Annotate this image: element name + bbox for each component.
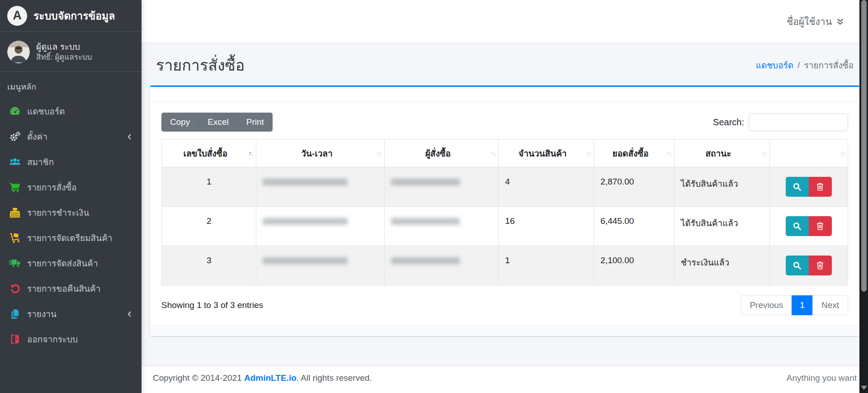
sidebar-item-label: ออกจากระบบ [27, 332, 78, 346]
sidebar-item-preparation[interactable]: รายการจัดเตรียมสินค้า [4, 225, 138, 251]
sidebar: A ระบบจัดการข้อมูล ผู้ดูแล ระบบ สิทธิ์: … [0, 0, 142, 393]
column-header-0[interactable]: เลขใบสั่งซื้อ ↑↓ [162, 140, 256, 167]
trash-icon [815, 182, 825, 192]
print-button[interactable]: Print [237, 113, 273, 132]
cell-datetime [256, 246, 385, 285]
column-header-5[interactable]: สถานะ ↑↓ [674, 140, 769, 167]
table-info: Showing 1 to 3 of 3 entries [161, 300, 263, 310]
sidebar-item-label: รายการสั่งซื้อ [27, 180, 77, 194]
scrollbar-thumb[interactable] [861, 0, 867, 292]
cell-buyer [385, 246, 499, 285]
pagination: Previous 1 Next [741, 295, 848, 315]
browser-scrollbar[interactable] [859, 0, 868, 393]
brand-link[interactable]: A ระบบจัดการข้อมูล [0, 0, 142, 32]
column-header-3[interactable]: จำนวนสินค้า ↑↓ [499, 140, 594, 167]
search-icon [792, 221, 802, 231]
card-header [150, 87, 859, 102]
redacted-datetime [263, 179, 348, 185]
chevron-left-icon [126, 310, 133, 318]
breadcrumb-link-dashboard[interactable]: แดชบอร์ด [756, 58, 794, 72]
orders-card: CopyExcelPrint Search: เลขใบสั่งซื้อ ↑↓ … [150, 85, 859, 336]
redacted-buyer [391, 218, 460, 225]
sidebar-item-orders[interactable]: รายการสั่งซื้อ [4, 175, 138, 200]
excel-button[interactable]: Excel [198, 113, 237, 132]
column-header-6[interactable]: ↑↓ [769, 140, 848, 167]
redacted-buyer [391, 257, 460, 264]
cell-quantity: 1 [499, 246, 594, 285]
search-input[interactable] [749, 114, 848, 131]
delete-order-button[interactable] [809, 177, 832, 197]
cell-actions [769, 207, 848, 246]
sort-icon: ↑↓ [762, 150, 766, 157]
card-body: CopyExcelPrint Search: เลขใบสั่งซื้อ ↑↓ … [150, 102, 859, 325]
search-area: Search: [713, 114, 848, 131]
sidebar-item-label: รายการจัดส่งสินค้า [27, 256, 98, 270]
sidebar-item-reports[interactable]: รายงาน [4, 301, 138, 327]
double-chevron-down-icon [836, 18, 844, 26]
sidebar-item-dashboard[interactable]: แดชบอร์ด [4, 99, 138, 124]
undo-icon [9, 283, 21, 294]
main-area: ชื่อผู้ใช้งาน รายการสั่งซื้อ แดชบอร์ด / … [142, 0, 868, 393]
sidebar-item-label: รายการจัดเตรียมสินค้า [27, 231, 113, 245]
user-menu-dropdown[interactable]: ชื่อผู้ใช้งาน [787, 14, 844, 29]
avatar[interactable] [7, 41, 30, 63]
redacted-buyer [391, 179, 460, 185]
column-header-4[interactable]: ยอดสั่งซื้อ ↑↓ [594, 140, 675, 167]
pagination-next[interactable]: Next [812, 295, 848, 315]
user-name[interactable]: ผู้ดูแล ระบบ [36, 41, 92, 53]
truck-icon [9, 257, 21, 269]
pagination-previous[interactable]: Previous [741, 295, 792, 315]
column-header-1[interactable]: วัน-เวลา ↑↓ [256, 140, 385, 167]
app-window: A ระบบจัดการข้อมูล ผู้ดูแล ระบบ สิทธิ์: … [0, 0, 868, 393]
top-navbar: ชื่อผู้ใช้งาน [142, 0, 868, 43]
cell-actions [769, 167, 848, 207]
sidebar-item-label: ตั้งค่า [27, 130, 47, 143]
cell-order-no: 1 [162, 167, 256, 207]
delete-order-button[interactable] [809, 216, 832, 236]
sidebar-item-members[interactable]: สมาชิก [4, 149, 138, 175]
app-logo-icon: A [7, 6, 27, 26]
order-row: 1 4 2,870.00 ได้รับสินค้าแล้ว [162, 167, 848, 207]
sidebar-item-label: รายการชำระเงิน [27, 206, 89, 219]
cell-buyer [385, 207, 499, 246]
breadcrumb: แดชบอร์ด / รายการสั่งซื้อ [756, 58, 854, 72]
export-button-group: CopyExcelPrint [161, 113, 273, 132]
sidebar-item-label: แดชบอร์ด [27, 104, 65, 118]
sidebar-item-returns[interactable]: รายการขอคืนสินค้า [4, 276, 138, 301]
page-footer: Copyright © 2014-2021 AdminLTE.io. All r… [142, 365, 868, 393]
user-menu-label: ชื่อผู้ใช้งาน [787, 14, 832, 29]
view-order-button[interactable] [786, 216, 809, 236]
sidebar-item-settings[interactable]: ตั้งค่า [4, 124, 138, 149]
copy-button[interactable]: Copy [161, 113, 198, 132]
sidebar-item-shipping[interactable]: รายการจัดส่งสินค้า [4, 251, 138, 276]
table-footer: Showing 1 to 3 of 3 entries Previous 1 N… [161, 295, 848, 315]
page-title: รายการสั่งซื้อ [156, 53, 245, 77]
app-title: ระบบจัดการข้อมูล [33, 8, 115, 24]
sidebar-item-payments[interactable]: รายการชำระเงิน [4, 200, 138, 225]
column-header-2[interactable]: ผู้สั่งซื้อ ↑↓ [385, 140, 499, 167]
users-icon [9, 156, 21, 168]
cart-icon [9, 181, 21, 193]
adminlte-link[interactable]: AdminLTE.io [244, 373, 297, 383]
cell-order-no: 2 [162, 207, 256, 246]
cell-status: ได้รับสินค้าแล้ว [674, 167, 769, 207]
sort-icon: ↑↓ [377, 150, 381, 157]
copy-icon [9, 308, 21, 320]
sort-icon: ↑↓ [840, 150, 844, 157]
table-toolbar: CopyExcelPrint Search: [161, 113, 848, 132]
scrollbar-down-arrow[interactable] [861, 386, 867, 390]
sort-icon: ↑↓ [248, 150, 253, 157]
view-order-button[interactable] [786, 177, 809, 197]
cell-total: 6,445.00 [594, 207, 675, 246]
dolly-icon [9, 232, 21, 244]
view-order-button[interactable] [786, 256, 809, 275]
cell-status: ชำระเงินแล้ว [674, 246, 769, 285]
cell-status: ได้รับสินค้าแล้ว [674, 207, 769, 246]
pagination-page-1[interactable]: 1 [792, 295, 813, 315]
cell-buyer [385, 167, 499, 207]
cell-datetime [256, 207, 385, 246]
card-footer [150, 325, 859, 336]
logout-icon [9, 333, 21, 345]
sidebar-item-logout[interactable]: ออกจากระบบ [4, 327, 138, 352]
delete-order-button[interactable] [809, 256, 832, 275]
